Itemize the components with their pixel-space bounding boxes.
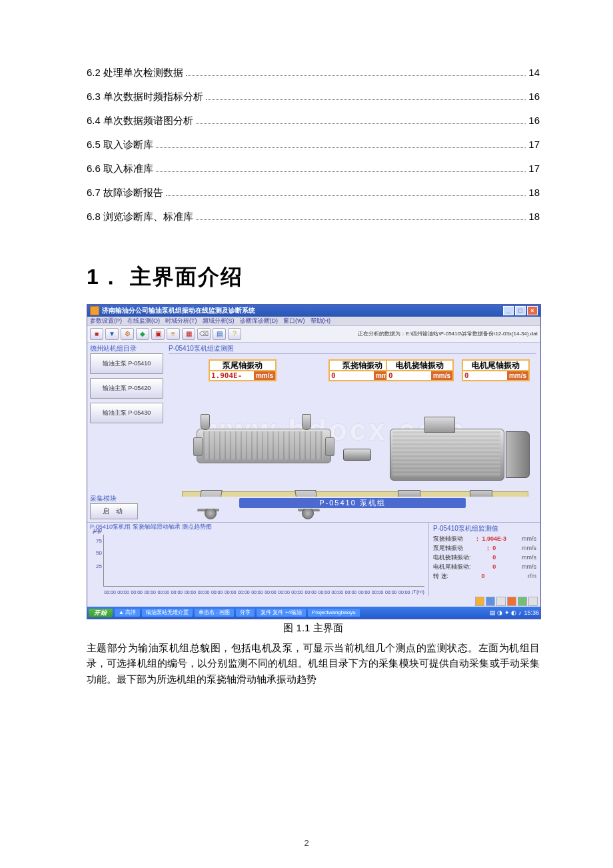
ytick: 50 bbox=[90, 551, 102, 556]
taskbar-item[interactable]: 复件 复件 +4输油 bbox=[257, 609, 306, 617]
maximize-button[interactable]: □ bbox=[515, 306, 526, 315]
stat-unit: mm/s bbox=[518, 564, 536, 570]
small-btn[interactable] bbox=[496, 597, 506, 606]
stat-row: 泵挠轴振动： 1.904E-3mm/s bbox=[433, 536, 536, 542]
stat-label: 转 速: bbox=[433, 573, 448, 579]
stat-unit: r/m bbox=[518, 573, 536, 579]
ytick: 100 bbox=[90, 528, 102, 533]
menu-item[interactable]: 帮助(H) bbox=[310, 317, 331, 324]
taskbar-item[interactable]: ▲ 高洋 bbox=[115, 609, 140, 617]
stat-value: 0 bbox=[482, 573, 485, 579]
trend-plot-area bbox=[103, 535, 424, 587]
xtick: 00:00 bbox=[237, 590, 251, 595]
gauge-label: 电机挠轴振动 bbox=[386, 359, 454, 371]
pump-select-button[interactable]: 输油主泵 P-05410 bbox=[90, 353, 163, 374]
xtick: 00:00 bbox=[291, 590, 304, 595]
toc-entry[interactable]: 6.8 浏览诊断库、标准库 18 bbox=[87, 211, 540, 223]
toc-entry[interactable]: 6.6 取入标准库 17 bbox=[87, 163, 540, 175]
stat-label: 电机尾轴振动: bbox=[433, 564, 471, 570]
pump-select-button[interactable]: 输油主泵 P-05420 bbox=[90, 378, 163, 399]
stat-unit: mm/s bbox=[518, 536, 536, 542]
start-menu-button[interactable]: 开始 bbox=[89, 609, 113, 617]
small-btn[interactable] bbox=[528, 597, 538, 606]
stat-value: ： 0 bbox=[485, 545, 496, 551]
diagram-area: www.bdocx.com 泵尾轴振动1.904E-mm/s泵挠轴振动0mm/s… bbox=[169, 355, 536, 522]
stat-row: 泵尾轴振动： 0mm/s bbox=[433, 545, 536, 551]
small-btn[interactable] bbox=[507, 597, 516, 606]
app-window: 济南输油分公司输油泵机组振动在线监测及诊断系统 _ □ × 参数设置(P)在线监… bbox=[87, 304, 541, 619]
menu-item[interactable]: 参数设置(P) bbox=[90, 317, 122, 324]
tool-icon-5[interactable]: ▣ bbox=[151, 328, 165, 340]
taskbar-item[interactable]: Projectwangbaoyu bbox=[308, 609, 360, 617]
menu-item[interactable]: 在线监测(O) bbox=[127, 317, 160, 324]
toc-entry[interactable]: 6.5 取入诊断库 17 bbox=[87, 139, 540, 151]
tray-icons[interactable]: ▤ ◑ ✦ ◐ ♪ bbox=[490, 610, 522, 616]
status-text: 正在分析的数据为：E:\德州输油站\P-05410\异常数据备份\12-03x(… bbox=[358, 331, 538, 337]
tool-icon-10[interactable]: ? bbox=[228, 328, 241, 340]
xtick: 00:00 bbox=[157, 590, 170, 595]
trend-x-ticks: 00:0000:0000:0000:0000:0000:0000:0000:00… bbox=[103, 590, 424, 595]
small-btn[interactable] bbox=[486, 597, 495, 606]
xtick: 00:00 bbox=[183, 590, 197, 595]
menu-item[interactable]: 频域分析(S) bbox=[203, 317, 235, 324]
stat-unit: mm/s bbox=[518, 555, 536, 561]
gauge: 电机挠轴振动0mm/s bbox=[386, 359, 454, 381]
taskbar-item[interactable]: 单击名 - 画图 bbox=[195, 609, 234, 617]
app-title: 济南输油分公司输油泵机组振动在线监测及诊断系统 bbox=[102, 307, 255, 314]
tool-icon-3[interactable]: ⚙ bbox=[121, 328, 134, 340]
taskbar-clock: 15:36 bbox=[524, 610, 539, 616]
toc-page: 17 bbox=[528, 163, 540, 175]
xtick: 00:00 bbox=[304, 590, 317, 595]
xtick: 00:00 bbox=[344, 590, 357, 595]
pump-select-button[interactable]: 输油主泵 P-05430 bbox=[90, 403, 163, 423]
tool-icon-1[interactable]: ■ bbox=[90, 328, 103, 340]
taskbar: 开始 ▲ 高洋输油泵站无维介置单击名 - 画图分享复件 复件 +4输油Proje… bbox=[87, 607, 540, 619]
toc-label: 6.7 故障诊断报告 bbox=[87, 187, 163, 199]
start-button[interactable]: 启 动 bbox=[90, 503, 138, 519]
toc-leader bbox=[156, 147, 526, 148]
toc-entry[interactable]: 6.4 单次数据频谱图分析 16 bbox=[87, 115, 540, 127]
xtick: 00:00 bbox=[211, 590, 224, 595]
menu-item[interactable]: 时域分析(T) bbox=[165, 317, 197, 324]
gauge-value: 0 bbox=[463, 371, 507, 380]
xtick: 00:00 bbox=[317, 590, 330, 595]
tool-icon-4[interactable]: ◆ bbox=[136, 328, 149, 340]
stat-value: 0 bbox=[492, 555, 496, 561]
toc-entry[interactable]: 6.2 处理单次检测数据 14 bbox=[87, 67, 540, 79]
xtick: 00:00 bbox=[103, 590, 117, 595]
stats-panel: P-05410泵机组监测值 泵挠轴振动： 1.904E-3mm/s泵尾轴振动： … bbox=[428, 523, 540, 596]
toc-label: 6.3 单次数据时频指标分析 bbox=[87, 91, 203, 103]
xtick: 00:00 bbox=[371, 590, 384, 595]
menu-item[interactable]: 诊断库诊断(D) bbox=[240, 317, 279, 324]
trend-title: P-05410泵机组 泵挠轴端滑动轴承 测点趋势图 bbox=[90, 523, 212, 530]
toc-entry[interactable]: 6.7 故障诊断报告 18 bbox=[87, 187, 540, 199]
small-btn[interactable] bbox=[475, 597, 484, 606]
title-bar[interactable]: 济南输油分公司输油泵机组振动在线监测及诊断系统 _ □ × bbox=[87, 305, 540, 317]
section-title-text: 主界面介绍 bbox=[130, 265, 243, 289]
toc-leader bbox=[186, 75, 526, 76]
close-button[interactable]: × bbox=[527, 306, 538, 315]
toc-label: 6.4 单次数据频谱图分析 bbox=[87, 115, 193, 127]
tool-icon-6[interactable]: ≡ bbox=[167, 328, 180, 340]
diagram-panel: P-05410泵机组监测图 www.bdocx.com 泵尾轴振动1.904E-… bbox=[166, 343, 540, 522]
toc-page: 18 bbox=[528, 187, 540, 199]
stat-row: 电机挠轴振动: 0mm/s bbox=[433, 555, 536, 561]
toc-page: 14 bbox=[528, 67, 540, 79]
tool-icon-7[interactable]: ▦ bbox=[182, 328, 195, 340]
taskbar-item[interactable]: 输油泵站无维介置 bbox=[142, 609, 193, 617]
toc-leader bbox=[206, 99, 526, 100]
menu-item[interactable]: 窗口(W) bbox=[283, 317, 305, 324]
small-btn[interactable] bbox=[518, 597, 527, 606]
coupling-shape bbox=[343, 449, 371, 461]
stat-unit: mm/s bbox=[518, 545, 536, 551]
tool-icon-2[interactable]: ▼ bbox=[105, 328, 119, 340]
gauge-label: 泵尾轴振动 bbox=[209, 359, 277, 371]
toc-entry[interactable]: 6.3 单次数据时频指标分析 16 bbox=[87, 91, 540, 103]
taskbar-item[interactable]: 分享 bbox=[236, 609, 255, 617]
tool-icon-8[interactable]: ⌫ bbox=[197, 328, 211, 340]
minimize-button[interactable]: _ bbox=[503, 306, 514, 315]
gauge-value: 0 bbox=[330, 371, 374, 380]
diagram-caption: P-05410 泵机组 bbox=[239, 498, 466, 508]
xtick: 00:00 bbox=[143, 590, 157, 595]
tool-icon-9[interactable]: ▤ bbox=[213, 328, 226, 340]
